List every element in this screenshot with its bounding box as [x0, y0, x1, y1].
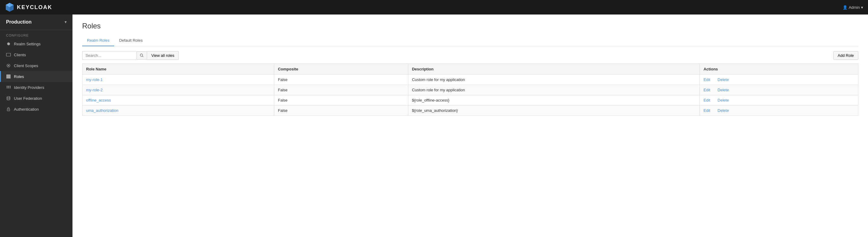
description-value: Custom role for my application: [408, 85, 700, 95]
content-area: Roles Realm Roles Default Roles: [72, 14, 868, 237]
main-layout: Production ▾ Configure Realm Settings Cl…: [0, 14, 868, 237]
tab-realm-roles[interactable]: Realm Roles: [82, 35, 114, 46]
delete-button[interactable]: Delete: [718, 88, 729, 92]
sidebar-item-label: Identity Providers: [14, 85, 44, 90]
sidebar-item-authentication[interactable]: Authentication: [0, 104, 72, 115]
sidebar-item-roles[interactable]: Roles: [0, 71, 72, 82]
search-icon: [140, 54, 144, 57]
realm-chevron-icon: ▾: [65, 20, 66, 24]
description-value: ${role_uma_authorization}: [408, 106, 700, 116]
table-row: my-role-2FalseCustom role for my applica…: [83, 85, 858, 95]
col-composite: Composite: [274, 64, 408, 75]
toolbar: View all roles Add Role: [82, 51, 858, 60]
settings-icon: [6, 41, 11, 46]
user-chevron-icon: ▾: [861, 5, 863, 10]
col-role-name: Role Name: [83, 64, 274, 75]
sidebar-item-label: User Federation: [14, 96, 42, 101]
svg-line-15: [143, 56, 144, 57]
realm-selector[interactable]: Production ▾: [0, 14, 72, 30]
clients-icon: [6, 52, 11, 57]
table-row: uma_authorizationFalse${role_uma_authori…: [83, 106, 858, 116]
actions-col: EditDelete: [704, 98, 855, 102]
search-button[interactable]: [136, 51, 147, 60]
description-value: ${role_offline-access}: [408, 95, 700, 106]
table-body: my-role-1FalseCustom role for my applica…: [83, 75, 858, 116]
sidebar-item-user-federation[interactable]: User Federation: [0, 93, 72, 104]
composite-value: False: [274, 75, 408, 85]
sidebar-item-label: Client Scopes: [14, 63, 38, 68]
navbar: KEYCLOAK 👤 Admin ▾: [0, 0, 868, 14]
configure-label: Configure: [0, 30, 72, 38]
page-title: Roles: [82, 22, 858, 30]
actions-col: EditDelete: [704, 78, 855, 82]
identity-icon: [6, 85, 11, 90]
sidebar-item-client-scopes[interactable]: Client Scopes: [0, 60, 72, 71]
sidebar-item-label: Authentication: [14, 107, 39, 112]
sidebar: Production ▾ Configure Realm Settings Cl…: [0, 14, 72, 237]
svg-rect-10: [6, 78, 10, 78]
svg-point-13: [8, 110, 9, 110]
role-name-link[interactable]: offline_access: [86, 98, 111, 102]
auth-icon: [6, 107, 11, 112]
user-label: Admin: [849, 5, 860, 10]
keycloak-logo-icon: [5, 2, 14, 12]
svg-point-14: [140, 54, 143, 56]
add-role-button[interactable]: Add Role: [833, 51, 858, 60]
sidebar-item-label: Clients: [14, 53, 26, 57]
actions-col: EditDelete: [704, 108, 855, 113]
sidebar-item-label: Realm Settings: [14, 42, 40, 46]
search-input[interactable]: [82, 51, 136, 60]
brand: KEYCLOAK: [5, 2, 52, 12]
edit-button[interactable]: Edit: [704, 78, 710, 82]
realm-name: Production: [6, 19, 31, 25]
svg-point-11: [7, 96, 10, 98]
role-name-link[interactable]: my-role-1: [86, 78, 103, 82]
svg-rect-5: [6, 53, 10, 56]
edit-button[interactable]: Edit: [704, 108, 710, 113]
edit-button[interactable]: Edit: [704, 88, 710, 92]
table-row: my-role-1FalseCustom role for my applica…: [83, 75, 858, 85]
edit-button[interactable]: Edit: [704, 98, 710, 102]
tab-default-roles[interactable]: Default Roles: [114, 35, 147, 46]
roles-icon: [6, 74, 11, 79]
svg-rect-8: [6, 75, 10, 76]
composite-value: False: [274, 95, 408, 106]
sidebar-item-identity-providers[interactable]: Identity Providers: [0, 82, 72, 93]
composite-value: False: [274, 106, 408, 116]
svg-point-7: [8, 65, 9, 66]
sidebar-item-clients[interactable]: Clients: [0, 49, 72, 60]
federation-icon: [6, 96, 11, 101]
delete-button[interactable]: Delete: [718, 78, 729, 82]
svg-rect-9: [6, 76, 10, 77]
table-header: Role Name Composite Description Actions: [83, 64, 858, 75]
user-icon: 👤: [843, 5, 847, 10]
toolbar-left: View all roles: [82, 51, 179, 60]
sidebar-item-realm-settings[interactable]: Realm Settings: [0, 38, 72, 49]
delete-button[interactable]: Delete: [718, 108, 729, 113]
composite-value: False: [274, 85, 408, 95]
col-description: Description: [408, 64, 700, 75]
role-name-link[interactable]: uma_authorization: [86, 108, 118, 113]
view-all-roles-button[interactable]: View all roles: [147, 51, 179, 60]
col-actions: Actions: [700, 64, 858, 75]
actions-col: EditDelete: [704, 88, 855, 92]
scopes-icon: [6, 63, 11, 68]
tabs: Realm Roles Default Roles: [82, 35, 858, 46]
description-value: Custom role for my application: [408, 75, 700, 85]
brand-name: KEYCLOAK: [17, 4, 52, 10]
role-name-link[interactable]: my-role-2: [86, 88, 103, 92]
table-row: offline_accessFalse${role_offline-access…: [83, 95, 858, 106]
user-menu[interactable]: 👤 Admin ▾: [843, 5, 863, 10]
roles-table: Role Name Composite Description Actions …: [82, 63, 858, 116]
delete-button[interactable]: Delete: [718, 98, 729, 102]
sidebar-item-label: Roles: [14, 75, 24, 79]
